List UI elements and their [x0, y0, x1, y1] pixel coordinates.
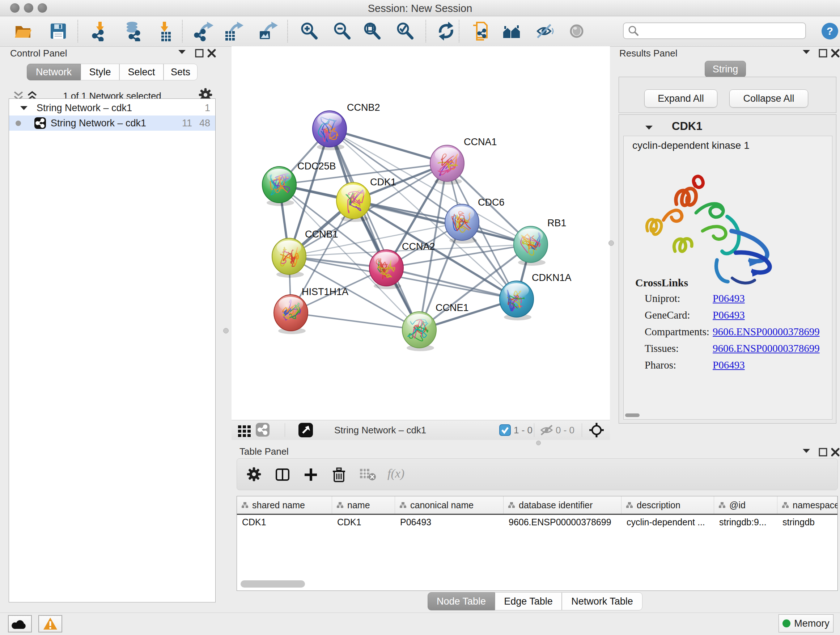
open-session-icon[interactable]	[13, 21, 34, 41]
edge-CCNB2-CCNA1[interactable]	[330, 129, 447, 163]
edge-CCNB2-CCNE1[interactable]	[330, 129, 419, 330]
table-panel-close-icon[interactable]	[831, 448, 840, 457]
results-panel-close-icon[interactable]	[831, 49, 840, 58]
crosslink-link[interactable]: P06493	[713, 309, 745, 321]
zoom-in-icon[interactable]	[299, 21, 319, 41]
export-image-icon[interactable]	[258, 21, 279, 41]
column-header-canonical-name[interactable]: canonical name	[395, 496, 504, 514]
column-header-namespace[interactable]: namespace	[777, 496, 837, 514]
node-HIST1H1A[interactable]	[274, 295, 308, 334]
node-table[interactable]: shared namenamecanonical namedatabase id…	[237, 496, 838, 591]
right-splitter-handle[interactable]	[608, 241, 614, 246]
import-network-file-icon[interactable]	[90, 21, 111, 41]
import-network-database-icon[interactable]	[122, 21, 142, 41]
zoom-out-icon[interactable]	[332, 21, 352, 41]
table-horizontal-scrollbar[interactable]	[240, 580, 305, 587]
grid-view-icon[interactable]	[237, 423, 253, 439]
table-panel-menu-icon[interactable]	[802, 448, 815, 458]
tab-string[interactable]: String	[705, 61, 746, 78]
results-panel-float-icon[interactable]	[818, 49, 831, 58]
help-button[interactable]: ?	[821, 22, 838, 40]
tab-node-table[interactable]: Node Table	[428, 592, 495, 610]
node-RB1[interactable]	[514, 226, 548, 266]
toolbar-separator	[425, 20, 426, 42]
birdseye-view-icon[interactable]	[298, 423, 313, 438]
column-header-description[interactable]: description	[622, 496, 714, 514]
table-cell[interactable]: stringdb	[783, 515, 835, 529]
table-cell[interactable]: 9606.ENSP00000378699	[508, 515, 619, 529]
gene-expander-icon[interactable]	[645, 125, 653, 130]
collapse-all-button[interactable]: Collapse All	[729, 89, 808, 108]
network-view-toolbar: String Network – cdk1 1 - 0 0 - 0	[232, 420, 610, 440]
column-header--id[interactable]: @id	[714, 496, 777, 514]
delete-column-icon[interactable]	[331, 467, 347, 483]
search-input[interactable]	[639, 25, 797, 37]
results-panel-title: Results Panel	[619, 48, 677, 59]
search-box[interactable]	[623, 22, 806, 39]
string-view-icon[interactable]	[256, 423, 270, 437]
crosslink-link[interactable]: P06493	[713, 359, 745, 371]
table-cell[interactable]: CDK1	[337, 515, 393, 529]
memory-button[interactable]: Memory	[778, 614, 834, 632]
refresh-view-icon[interactable]	[436, 21, 456, 41]
save-session-icon[interactable]	[48, 21, 68, 41]
table-cell[interactable]: CDK1	[242, 515, 330, 529]
import-table-file-icon[interactable]	[155, 21, 175, 41]
fit-selected-crosshair-icon[interactable]	[589, 423, 604, 438]
home-icon[interactable]	[501, 21, 522, 41]
show-columns-icon[interactable]	[275, 467, 291, 483]
table-gear-icon[interactable]	[246, 467, 262, 482]
title-bar: Session: New Session	[0, 0, 840, 16]
crosslink-link[interactable]: 9606.ENSP00000378699	[713, 326, 820, 338]
control-panel-menu-icon[interactable]	[178, 49, 190, 59]
export-table-icon[interactable]	[224, 21, 244, 41]
crosslink-link[interactable]: 9606.ENSP00000378699	[713, 342, 820, 355]
tab-sets[interactable]: Sets	[164, 64, 197, 80]
hide-graphics-details-icon[interactable]	[534, 21, 554, 41]
control-panel-close-icon[interactable]	[207, 49, 219, 58]
network-collection-row[interactable]: String Network – cdk1 1	[9, 100, 215, 116]
crosslink-link[interactable]: P06493	[713, 293, 745, 304]
tab-style[interactable]: Style	[81, 64, 119, 80]
collection-expander-icon[interactable]	[20, 105, 28, 111]
left-splitter-handle[interactable]	[223, 328, 229, 333]
zoom-fit-icon[interactable]	[362, 21, 382, 41]
crosslinks-title: CrossLinks	[635, 277, 688, 289]
warning-button[interactable]	[38, 615, 62, 632]
table-cell[interactable]: stringdb:9...	[719, 515, 775, 529]
selected-checkbox-icon[interactable]	[499, 424, 511, 436]
cloud-button[interactable]	[8, 615, 32, 632]
table-cell[interactable]: P06493	[400, 515, 501, 529]
node-label-CDC6: CDC6	[478, 197, 505, 208]
collection-name: String Network – cdk1	[36, 103, 132, 114]
node-CDKN1A[interactable]	[500, 281, 534, 320]
column-header-shared-name[interactable]: shared name	[237, 496, 332, 514]
table-panel-float-icon[interactable]	[818, 448, 831, 457]
column-header-name[interactable]: name	[332, 496, 395, 514]
table-cell[interactable]: cyclin-dependent ...	[627, 515, 712, 529]
bottom-splitter-handle[interactable]	[536, 440, 541, 445]
tab-network[interactable]: Network	[27, 64, 81, 80]
network-canvas[interactable]: CCNB2CCNA1CDC25BCDK1CDC6RB1CCNB1CCNA2CDK…	[232, 46, 610, 420]
node-CCNA1[interactable]	[430, 145, 464, 185]
gene-card-scrollbar[interactable]	[625, 413, 639, 417]
tab-edge-table[interactable]: Edge Table	[495, 592, 562, 610]
crosslink-label: GeneCard:	[645, 309, 690, 321]
export-network-icon[interactable]	[194, 21, 214, 41]
node-CCNB1[interactable]	[272, 238, 306, 278]
network-row[interactable]: String Network – cdk1 11 48	[9, 116, 215, 131]
tab-select[interactable]: Select	[119, 64, 164, 80]
zoom-selected-icon[interactable]	[395, 21, 415, 41]
tab-network-table[interactable]: Network Table	[562, 592, 643, 610]
share-file-icon[interactable]	[470, 21, 491, 41]
edge-HIST1H1A-CCNE1[interactable]	[291, 313, 419, 330]
node-CDC25B[interactable]	[262, 166, 296, 206]
node-CCNE1[interactable]	[402, 312, 436, 351]
node-label-HIST1H1A: HIST1H1A	[302, 287, 348, 297]
column-header-database-identifier[interactable]: database identifier	[504, 496, 622, 514]
control-panel-float-icon[interactable]	[195, 49, 207, 58]
node-CCNB2[interactable]	[313, 111, 347, 150]
add-column-icon[interactable]	[303, 467, 319, 483]
expand-all-button[interactable]: Expand All	[644, 89, 717, 108]
results-panel-menu-icon[interactable]	[802, 49, 815, 59]
